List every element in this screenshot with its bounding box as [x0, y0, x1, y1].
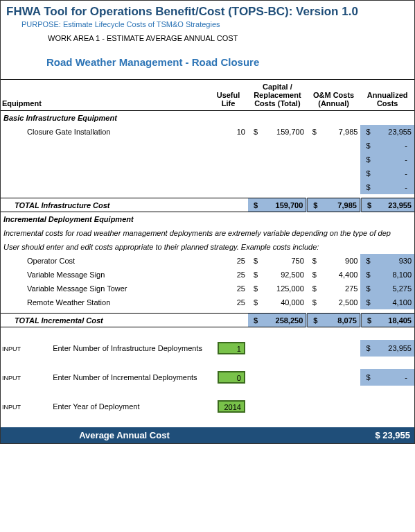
hdr-om: O&M Costs (Annual) [307, 80, 361, 111]
purpose-line: PURPOSE: Estimate Lifecycle Costs of TSM… [21, 20, 409, 28]
row-name: Closure Gate Installation [1, 125, 209, 139]
input-label: Enter Year of Deployment [53, 402, 139, 411]
input-row-infra: INPUT Enter Number of Infrastructure Dep… [1, 340, 414, 357]
row-life: 10 [209, 125, 248, 139]
column-headers: Equipment Useful Life Capital / Replacem… [1, 80, 414, 111]
table-row: $- [1, 180, 414, 194]
input-incr-ann: $- [360, 369, 414, 386]
hdr-ann: Annualized Costs [360, 80, 414, 111]
input-label: Enter Number of Incremental Deployments [53, 373, 197, 381]
incr-section-label: Incremental Deployment Equipment [1, 212, 414, 226]
input-tag: INPUT [2, 345, 21, 352]
workarea-line: WORK AREA 1 - ESTIMATE AVERAGE ANNUAL CO… [48, 34, 409, 42]
page-title: FHWA Tool for Operations Benefit/Cost (T… [6, 5, 409, 19]
footer-value: $ 23,955 [360, 427, 414, 443]
input-incr-deployments[interactable]: 0 [218, 371, 245, 384]
row-cap: $159,700 [248, 125, 307, 139]
strategy-title: Road Weather Management - Road Closure [46, 56, 409, 68]
total-cap: $159,700 [248, 198, 307, 212]
table-row: Variable Message Sign Tower 25 $125,000 … [1, 282, 414, 295]
cost-table: Equipment Useful Life Capital / Replacem… [1, 79, 414, 443]
table-row: $- [1, 139, 414, 153]
table-row: $- [1, 153, 414, 166]
worksheet: FHWA Tool for Operations Benefit/Cost (T… [0, 0, 415, 444]
row-om: $7,985 [307, 125, 361, 139]
footer-label: Average Annual Cost [1, 427, 248, 443]
hdr-equipment: Equipment [1, 80, 209, 111]
row-ann: $23,955 [360, 125, 414, 139]
table-row: Variable Message Sign 25 $92,500 $4,400 … [1, 268, 414, 282]
input-row-incr: INPUT Enter Number of Incremental Deploy… [1, 369, 414, 386]
header-block: FHWA Tool for Operations Benefit/Cost (T… [1, 1, 414, 68]
input-tag: INPUT [2, 404, 21, 411]
input-row-year: INPUT Enter Year of Deployment 2014 [1, 398, 414, 415]
input-infra-deployments[interactable]: 1 [218, 342, 245, 354]
table-row: Remote Weather Station 25 $40,000 $2,500… [1, 295, 414, 309]
incr-note1: Incremental costs for road weather manag… [1, 226, 414, 240]
input-infra-ann: $23,955 [360, 340, 414, 357]
footer-row: Average Annual Cost $ 23,955 [1, 427, 414, 443]
total-ann: $23,955 [360, 198, 414, 212]
hdr-life: Useful Life [209, 80, 248, 111]
infra-section-label: Basic Infrastructure Equipment [1, 111, 414, 125]
input-tag: INPUT [2, 375, 21, 381]
input-label: Enter Number of Infrastructure Deploymen… [53, 344, 202, 352]
total-om: $7,985 [307, 198, 361, 212]
table-row: Closure Gate Installation 10 $159,700 $7… [1, 125, 414, 139]
infra-total-row: TOTAL Infrastructure Cost $159,700 $7,98… [1, 198, 414, 212]
incr-total-row: TOTAL Incremental Cost $258,250 $8,075 $… [1, 314, 414, 327]
input-year[interactable]: 2014 [218, 400, 245, 413]
table-row: Operator Cost 25 $750 $900 $930 [1, 254, 414, 268]
incr-note2: User should enter and edit costs appropr… [1, 240, 414, 254]
table-row: $- [1, 166, 414, 180]
hdr-capital: Capital / Replacement Costs (Total) [248, 80, 307, 111]
total-label: TOTAL Infrastructure Cost [1, 198, 209, 212]
